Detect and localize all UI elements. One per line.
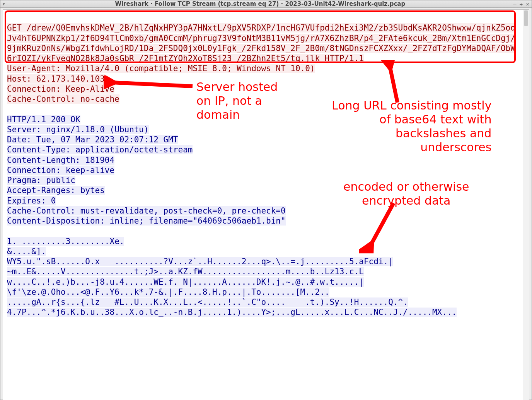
annotation-long-url: Long URL consisting mostly of base64 tex…	[332, 99, 491, 154]
arrow-to-body-icon	[359, 199, 405, 253]
maximize-button[interactable]: +	[519, 1, 523, 7]
annotation-encoded-data: encoded or otherwise encrypted data	[343, 180, 469, 208]
close-window-button[interactable]: ×	[526, 1, 529, 7]
server-response-headers[interactable]: HTTP/1.1 200 OK Server: nginx/1.18.0 (Ub…	[7, 115, 286, 226]
server-response-body[interactable]: 1. .........3........Xe. &....&]. WY5.u.…	[7, 237, 457, 317]
titlebar[interactable]: ▾ Wireshark · Follow TCP Stream (tcp.str…	[0, 0, 532, 8]
annotation-server-ip: Server hosted on IP, not a domain	[196, 80, 278, 122]
minimize-button[interactable]: –	[513, 1, 516, 7]
stream-view: GET /drew/Q0EmvhskDMeV_2B/hlZqNxHPY3pA7H…	[3, 9, 529, 400]
svg-line-2	[370, 203, 394, 246]
stream-text[interactable]: GET /drew/Q0EmvhskDMeV_2B/hlZqNxHPY3pA7H…	[3, 10, 523, 400]
vertical-scrollbar[interactable]	[523, 10, 529, 400]
scrollbar-thumb[interactable]	[524, 10, 528, 26]
client-request-text[interactable]: GET /drew/Q0EmvhskDMeV_2B/hlZqNxHPY3pA7H…	[7, 23, 515, 104]
wireshark-follow-stream-window: ▾ Wireshark · Follow TCP Stream (tcp.str…	[0, 0, 532, 400]
titlebar-menu-icon[interactable]: ▾	[3, 2, 5, 7]
window-title: Wireshark · Follow TCP Stream (tcp.strea…	[7, 0, 513, 7]
svg-line-0	[111, 82, 193, 86]
arrow-to-url-icon	[374, 60, 421, 106]
svg-line-1	[390, 66, 397, 103]
window-controls: – + ×	[513, 1, 529, 7]
